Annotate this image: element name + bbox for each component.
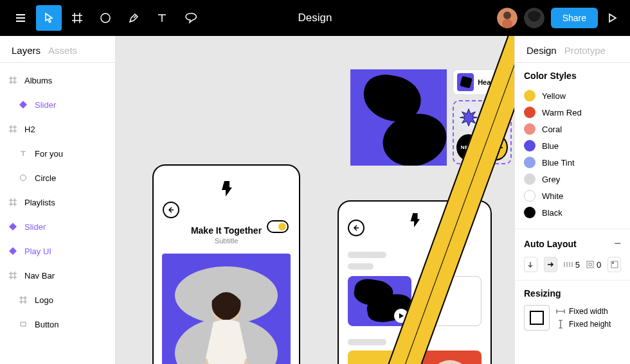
tab-design[interactable]: Design xyxy=(526,45,557,56)
color-name: Blue xyxy=(542,141,559,151)
toolbar-right: Share xyxy=(497,8,630,28)
color-style-yellow[interactable]: Yellow xyxy=(524,87,621,104)
frame-a-subtitle: Subtitle xyxy=(215,237,239,245)
layer-label: Playlists xyxy=(24,198,55,207)
shape-tool-button[interactable] xyxy=(93,5,118,31)
back-button[interactable] xyxy=(163,202,179,218)
layer-item-playlists[interactable]: Playlists xyxy=(0,190,115,214)
toolbar-left xyxy=(0,0,203,36)
headline-thumbnail-icon xyxy=(457,73,474,91)
resize-preview[interactable] xyxy=(524,305,550,331)
component-icon xyxy=(18,100,28,110)
frame-tool-button[interactable] xyxy=(64,5,90,31)
layer-item-albums[interactable]: Albums xyxy=(0,68,115,92)
alignment-button[interactable] xyxy=(608,257,621,272)
color-styles-title: Color Styles xyxy=(524,71,621,81)
color-style-blue-tint[interactable]: Blue Tint xyxy=(524,154,621,171)
width-icon xyxy=(556,308,565,315)
auto-layout-section: Auto Layout − 5 0 xyxy=(515,229,630,281)
toggle-switch[interactable] xyxy=(267,220,289,233)
tab-prototype[interactable]: Prototype xyxy=(564,45,606,56)
app-logo-icon xyxy=(219,180,233,202)
menu-button[interactable] xyxy=(8,5,33,31)
layer-label: Play UI xyxy=(24,247,51,256)
circle-icon xyxy=(99,12,112,24)
rect-icon xyxy=(18,319,28,329)
direction-vertical-button[interactable] xyxy=(524,257,537,272)
media-card-blue[interactable] xyxy=(348,276,411,326)
mobile-frame-a[interactable]: Make It Together Subtitle xyxy=(152,164,300,364)
text-icon xyxy=(156,12,168,24)
color-name: Coral xyxy=(542,125,562,134)
back-button[interactable] xyxy=(348,220,364,236)
layer-label: Slider xyxy=(35,100,56,110)
layer-label: Logo xyxy=(35,295,53,305)
spacing-field[interactable]: 5 xyxy=(564,260,580,270)
move-tool-button[interactable] xyxy=(36,5,62,31)
frame-icon xyxy=(71,12,84,24)
cursor-icon xyxy=(42,12,55,24)
layer-item-for-you[interactable]: For you xyxy=(0,141,115,166)
layer-item-logo[interactable]: Logo xyxy=(0,288,115,312)
layer-item-button[interactable]: Button xyxy=(0,312,115,336)
color-name: White xyxy=(542,191,563,201)
share-button[interactable]: Share xyxy=(551,8,598,28)
right-panel-tabs: Design Prototype xyxy=(515,36,630,63)
resize-width-select[interactable]: Fixed width xyxy=(556,307,611,316)
svg-rect-13 xyxy=(612,262,614,264)
color-name: Warm Red xyxy=(542,108,582,117)
layer-list: AlbumsSliderH2For youCirclePlaylistsSlid… xyxy=(0,63,115,342)
arrow-left-icon xyxy=(352,224,360,232)
color-style-coral[interactable]: Coral xyxy=(524,121,621,137)
comment-tool-button[interactable] xyxy=(177,5,203,31)
left-panel: Layers Assets AlbumsSliderH2For youCircl… xyxy=(0,36,116,364)
color-style-white[interactable]: White xyxy=(524,187,621,204)
purple-square-artwork[interactable] xyxy=(350,69,447,166)
layer-item-slider[interactable]: Slider xyxy=(0,214,115,239)
svg-rect-3 xyxy=(502,19,512,28)
direction-horizontal-button[interactable] xyxy=(544,257,557,272)
color-style-black[interactable]: Black xyxy=(524,204,621,221)
color-swatch xyxy=(524,173,536,185)
hero-image xyxy=(162,254,291,364)
color-swatch xyxy=(524,190,536,202)
album-card-red[interactable] xyxy=(418,351,482,364)
layer-label: H2 xyxy=(24,125,35,134)
svg-point-0 xyxy=(101,13,110,22)
color-swatch xyxy=(524,90,536,101)
svg-point-2 xyxy=(503,12,511,19)
color-style-blue[interactable]: Blue xyxy=(524,137,621,154)
avatar-user-1[interactable] xyxy=(497,8,518,28)
canvas[interactable]: Headline NEW! Make It xyxy=(116,36,514,364)
layer-item-nav-bar[interactable]: Nav Bar xyxy=(0,263,115,288)
tab-layers[interactable]: Layers xyxy=(12,45,40,56)
text-tool-button[interactable] xyxy=(149,5,175,31)
right-panel: Design Prototype Color Styles YellowWarm… xyxy=(514,36,630,364)
frame-icon xyxy=(8,124,18,134)
arrow-left-icon xyxy=(167,206,175,214)
document-title[interactable]: Design xyxy=(298,12,332,24)
color-swatch xyxy=(524,207,536,218)
height-icon xyxy=(557,320,564,329)
layer-item-circle[interactable]: Circle xyxy=(0,166,115,190)
pen-tool-button[interactable] xyxy=(121,5,147,31)
resize-height-select[interactable]: Fixed height xyxy=(556,320,611,329)
color-name: Yellow xyxy=(542,91,566,101)
arrow-down-icon xyxy=(526,261,534,268)
spacing-icon xyxy=(564,261,573,268)
tab-assets[interactable]: Assets xyxy=(48,45,77,56)
remove-auto-layout-button[interactable]: − xyxy=(614,237,621,250)
avatar-user-2[interactable] xyxy=(524,8,544,28)
color-style-warm-red[interactable]: Warm Red xyxy=(524,104,621,121)
layer-item-play-ui[interactable]: Play UI xyxy=(0,239,115,263)
avatar-icon xyxy=(497,8,518,28)
portrait-illustration xyxy=(428,360,473,364)
auto-layout-title: Auto Layout xyxy=(524,239,577,249)
padding-field[interactable]: 0 xyxy=(586,260,601,270)
layer-item-slider[interactable]: Slider xyxy=(0,92,115,117)
circle-icon xyxy=(18,173,28,183)
present-button[interactable] xyxy=(604,10,620,26)
topbar: Design Share xyxy=(0,0,630,36)
layer-item-h2[interactable]: H2 xyxy=(0,117,115,141)
color-style-grey[interactable]: Grey xyxy=(524,171,621,187)
